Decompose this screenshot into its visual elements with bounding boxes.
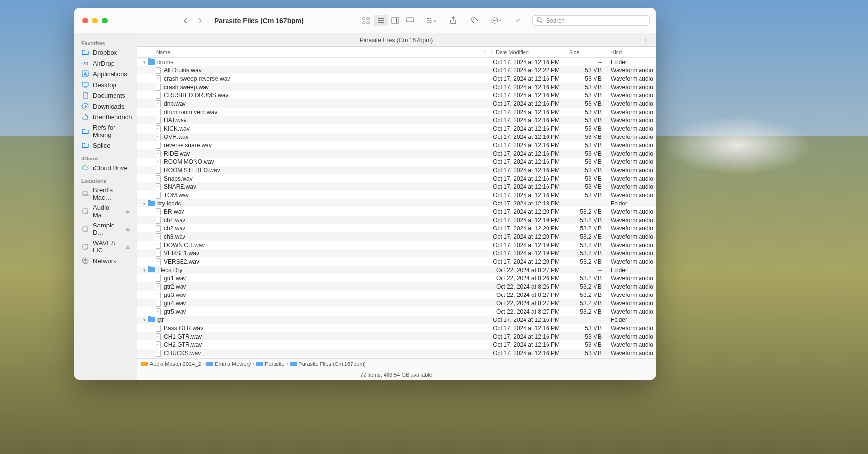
file-name: crash sweep reverse.wav: [164, 75, 491, 82]
path-crumb[interactable]: Emma Mowery: [206, 361, 251, 367]
file-row[interactable]: drum room verb.wavOct 17, 2024 at 12:16 …: [137, 108, 656, 116]
path-crumb[interactable]: Audio Master 2024_2: [141, 361, 201, 367]
file-row[interactable]: ch2.wavOct 17, 2024 at 12:20 PM53.2 MBWa…: [137, 224, 656, 232]
sidebar-item[interactable]: Network: [74, 255, 137, 266]
tag-button[interactable]: [468, 15, 481, 26]
sidebar-item[interactable]: Dropbox: [74, 47, 137, 58]
eject-icon[interactable]: ⏏: [125, 209, 130, 214]
sidebar-item[interactable]: Desktop: [74, 79, 137, 90]
forward-button[interactable]: [194, 15, 206, 26]
file-row[interactable]: OVH.wavOct 17, 2024 at 12:16 PM53 MBWave…: [137, 133, 656, 141]
file-row[interactable]: ROOM STEREO.wavOct 17, 2024 at 12:16 PM5…: [137, 166, 656, 174]
disclosure-triangle[interactable]: ▾: [141, 201, 147, 206]
disclosure-triangle[interactable]: ▾: [141, 268, 147, 272]
sidebar-item[interactable]: Audio Ma…⏏: [74, 203, 137, 220]
disclosure-triangle[interactable]: ▾: [141, 60, 147, 65]
path-crumb[interactable]: Parasite: [256, 361, 284, 367]
sidebar-item[interactable]: Downloads: [74, 101, 137, 112]
sidebar-item[interactable]: Documents: [74, 90, 137, 101]
column-size[interactable]: Size: [565, 49, 607, 55]
back-button[interactable]: [179, 15, 192, 26]
file-row[interactable]: DOWN CH.wavOct 17, 2024 at 12:19 PM53.2 …: [137, 241, 656, 249]
sidebar-item[interactable]: iCloud Drive: [74, 162, 137, 173]
file-row[interactable]: VERSE2.wavOct 17, 2024 at 12:20 PM53.2 M…: [137, 257, 656, 266]
folder-row[interactable]: ▾drumsOct 17, 2024 at 12:16 PM--Folder: [137, 58, 656, 66]
file-row[interactable]: HAT.wavOct 17, 2024 at 12:16 PM53 MBWave…: [137, 116, 656, 124]
file-row[interactable]: ch1.wavOct 17, 2024 at 12:19 PM53.2 MBWa…: [137, 216, 656, 224]
search-input[interactable]: [546, 17, 645, 24]
file-row[interactable]: RIDE.wavOct 17, 2024 at 12:16 PM53 MBWav…: [137, 149, 656, 158]
minimize-button[interactable]: [92, 18, 98, 23]
file-row[interactable]: CH2 GTR.wavOct 17, 2024 at 12:16 PM53 MB…: [137, 340, 656, 349]
column-name[interactable]: Name⌃: [137, 49, 491, 55]
file-row[interactable]: gtr2.wavOct 22, 2024 at 8:26 PM53.2 MBWa…: [137, 282, 656, 291]
file-row[interactable]: crash sweep reverse.wavOct 17, 2024 at 1…: [137, 74, 656, 83]
sidebar-item[interactable]: WAVES LIC⏏: [74, 238, 137, 255]
column-kind[interactable]: Kind: [607, 49, 656, 55]
gallery-view-button[interactable]: [403, 15, 417, 26]
folder-row[interactable]: ▾gtrOct 17, 2024 at 12:16 PM--Folder: [137, 316, 656, 324]
file-name: OVH.wav: [164, 134, 491, 140]
file-row[interactable]: VERSE1.wavOct 17, 2024 at 12:19 PM53.2 M…: [137, 249, 656, 257]
file-row[interactable]: reverse snare.wavOct 17, 2024 at 12:16 P…: [137, 141, 656, 149]
file-row[interactable]: KICK.wavOct 17, 2024 at 12:16 PM53 MBWav…: [137, 124, 656, 133]
file-date: Oct 17, 2024 at 12:16 PM: [491, 59, 565, 66]
svg-line-24: [541, 21, 543, 23]
eject-icon[interactable]: ⏏: [125, 227, 130, 232]
file-size: --: [565, 200, 607, 207]
audio-file-icon: [156, 150, 161, 157]
file-row[interactable]: gtr3.wavOct 22, 2024 at 8:27 PM53.2 MBWa…: [137, 291, 656, 299]
file-row[interactable]: gtr1.wavOct 22, 2024 at 8:26 PM53.2 MBWa…: [137, 274, 656, 282]
close-button[interactable]: [82, 18, 88, 23]
folder-row[interactable]: ▾dry leadsOct 17, 2024 at 12:18 PM--Fold…: [137, 199, 656, 207]
file-date: Oct 17, 2024 at 12:16 PM: [491, 175, 565, 182]
file-row[interactable]: SNARE.wavOct 17, 2024 at 12:16 PM53 MBWa…: [137, 182, 656, 191]
dropdown-arrow-icon[interactable]: [511, 15, 525, 26]
search-field[interactable]: [532, 15, 650, 26]
file-row[interactable]: gtr5.wavOct 22, 2024 at 8:27 PM53.2 MBWa…: [137, 307, 656, 316]
sidebar-item[interactable]: Sample D…⏏: [74, 220, 137, 238]
file-list[interactable]: ▾drumsOct 17, 2024 at 12:16 PM--FolderAl…: [137, 58, 656, 358]
file-name: ch1.wav: [164, 217, 491, 224]
column-date[interactable]: Date Modified: [491, 49, 565, 55]
file-row[interactable]: CHUCKS.wavOct 17, 2024 at 12:16 PM53 MBW…: [137, 349, 656, 357]
file-date: Oct 17, 2024 at 12:16 PM: [491, 167, 565, 174]
add-tab-button[interactable]: ＋: [640, 35, 652, 45]
file-row[interactable]: Snaps.wavOct 17, 2024 at 12:16 PM53 MBWa…: [137, 174, 656, 182]
file-date: Oct 17, 2024 at 12:16 PM: [491, 325, 565, 332]
file-row[interactable]: gtr4.wavOct 22, 2024 at 8:27 PM53.2 MBWa…: [137, 299, 656, 307]
column-view-button[interactable]: [388, 15, 402, 26]
sidebar-item[interactable]: Refs for Mixing: [74, 122, 137, 140]
file-row[interactable]: All Drums.wavOct 17, 2024 at 12:22 PM53 …: [137, 66, 656, 74]
share-button[interactable]: [446, 15, 460, 26]
sidebar-item[interactable]: brenthendrich: [74, 112, 137, 122]
group-by-button[interactable]: [425, 15, 438, 26]
file-row[interactable]: dnb.wavOct 17, 2024 at 12:16 PM53 MBWave…: [137, 99, 656, 108]
file-row[interactable]: TOM.wavOct 17, 2024 at 12:16 PM53 MBWave…: [137, 191, 656, 199]
file-size: 53 MB: [565, 325, 607, 332]
file-row[interactable]: Bass GTR.wavOct 17, 2024 at 12:16 PM53 M…: [137, 324, 656, 332]
action-button[interactable]: [489, 15, 503, 26]
audio-file-icon: [156, 242, 161, 249]
path-crumb[interactable]: Parasite Files (Cm 167bpm): [290, 361, 365, 367]
file-row[interactable]: BR.wavOct 17, 2024 at 12:20 PM53.2 MBWav…: [137, 207, 656, 216]
sidebar-item[interactable]: Brent's Mac…: [74, 185, 137, 203]
file-row[interactable]: ch3.wavOct 17, 2024 at 12:20 PM53.2 MBWa…: [137, 232, 656, 241]
disclosure-triangle[interactable]: ▾: [141, 318, 147, 322]
file-row[interactable]: CH1 GTR.wavOct 17, 2024 at 12:16 PM53 MB…: [137, 332, 656, 340]
list-view-button[interactable]: [374, 15, 388, 26]
file-row[interactable]: ROOM MONO.wavOct 17, 2024 at 12:16 PM53 …: [137, 158, 656, 166]
sidebar-item[interactable]: AApplications: [74, 68, 137, 79]
icon-view-button[interactable]: [359, 15, 373, 26]
tab-active[interactable]: Parasite Files (Cm 167bpm): [360, 37, 433, 44]
sidebar-item[interactable]: Splice: [74, 140, 137, 151]
sidebar-item[interactable]: AirDrop: [74, 58, 137, 68]
audio-file-icon: [156, 217, 161, 224]
eject-icon[interactable]: ⏏: [125, 244, 130, 250]
folder-row[interactable]: ▾Elecs DryOct 22, 2024 at 8:27 PM--Folde…: [137, 266, 656, 274]
maximize-button[interactable]: [102, 18, 108, 23]
file-row[interactable]: CRUSHED DRUMS.wavOct 17, 2024 at 12:16 P…: [137, 91, 656, 99]
toolbar: [359, 15, 656, 26]
file-row[interactable]: crash sweep.wavOct 17, 2024 at 12:16 PM5…: [137, 83, 656, 91]
file-name: VERSE1.wav: [164, 250, 491, 257]
